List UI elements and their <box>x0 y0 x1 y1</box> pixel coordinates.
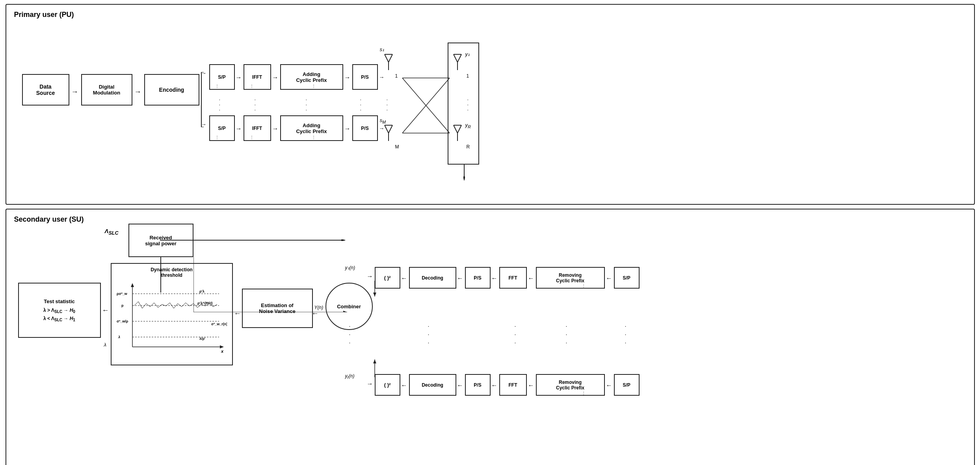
svg-text:p: p <box>121 304 124 308</box>
fft1-block: FFT <box>499 267 527 289</box>
svg-text:λ/ρ': λ/ρ' <box>199 337 205 341</box>
sp1-block: S/P <box>614 267 640 289</box>
svg-line-8 <box>385 125 389 133</box>
digital-mod-block: Digital Modulation <box>81 74 132 106</box>
pu-layout: Data Source → Digital Modulation → Encod… <box>14 23 960 196</box>
ifft-top-block: IFFT <box>244 64 271 90</box>
svg-marker-45 <box>373 359 376 363</box>
su-row-dots4: ··· <box>566 322 567 347</box>
svg-line-5 <box>389 54 392 62</box>
dots-ifft-acp-top: ⋮ <box>250 84 254 88</box>
su-row-dots2: ··· <box>428 322 430 347</box>
arrow-ps1-ant1: → <box>379 74 385 80</box>
sp-top-block: S/P <box>209 64 235 90</box>
svg-text:x: x <box>221 349 224 354</box>
svg-text:σ²_w_r(n): σ²_w_r(n) <box>211 322 227 326</box>
svg-marker-48 <box>341 239 345 241</box>
ps-bottom-block: P/S <box>352 115 378 141</box>
arrow-ifft-acp-top: → <box>272 74 279 81</box>
dots-rcp1: ⋮ <box>582 283 586 288</box>
dots-ifft-acp-bot: ⋮ <box>250 135 254 139</box>
main-container: Primary user (PU) Data Source → Digital … <box>6 4 975 465</box>
rx-box <box>448 43 479 165</box>
svg-text:σ²_w/ρ: σ²_w/ρ <box>117 319 128 323</box>
data-source-block: Data Source <box>22 74 69 106</box>
primary-title: Primary user (PU) <box>14 11 966 19</box>
sq2-block: ( )² <box>375 374 400 396</box>
tx-dots-between: ··· <box>387 97 388 112</box>
dots-acp-ps-bot: ⋮ <box>312 135 316 139</box>
fork-line <box>201 72 204 127</box>
lambda-label-left: λ <box>104 342 106 348</box>
row-dots-1: ··· <box>219 97 221 112</box>
arrow-dec2-ps2: ← <box>457 382 463 389</box>
row-dots-3: ··· <box>306 97 307 112</box>
arrow-rcp2-sp2: ← <box>606 382 612 389</box>
sq1-block: ( )² <box>375 267 400 289</box>
encoding-block: Encoding <box>144 74 199 106</box>
arrow-sq1-dec1: ← <box>401 275 407 282</box>
arrow-ps2-fft2: ← <box>491 382 498 389</box>
dots-acp-ps-top: ⋮ <box>312 84 316 88</box>
rsp-horiz-line <box>160 239 345 241</box>
sp2-block: S/P <box>614 374 640 396</box>
su-layout: ΛSLC Received signal power Test statisti… <box>14 228 960 464</box>
test-stat-h1: λ < ΛSLC → H1 <box>20 316 99 322</box>
row-dots-2: ··· <box>255 97 256 112</box>
lambda-slc-label: ΛSLC <box>105 228 119 236</box>
sq1-comb-arrow <box>349 279 377 298</box>
ddt-title: Dynamic detectionthreshold <box>151 267 193 278</box>
decoding1-block: Decoding <box>409 267 456 289</box>
secondary-section: Secondary user (SU) ΛSLC Received signal… <box>6 209 975 465</box>
dots-sp-ifft-bot: ⋮ <box>215 135 219 139</box>
decoding2-block: Decoding <box>409 374 456 396</box>
rsp-to-comb-line <box>160 257 162 293</box>
sq2-comb-arrow <box>349 330 377 377</box>
fft2-block: FFT <box>499 374 527 396</box>
ifft-bottom-block: IFFT <box>244 115 271 141</box>
arrow-dm-enc: → <box>134 88 141 96</box>
arrow-ps1-fft1: ← <box>491 275 498 282</box>
arrow-ifft-acp-bot: → <box>272 125 279 132</box>
su-row-dots3: ··· <box>515 322 516 347</box>
arrow-ps2-antM: → <box>379 125 385 132</box>
arrow-acp-ps-bot: → <box>344 125 351 132</box>
arrow-sq2-dec2: ← <box>401 382 407 389</box>
arrow-fft1-rcp1: ← <box>528 275 534 282</box>
arrow-sp-ifft-bot: → <box>236 125 242 132</box>
rsp-combiner-line <box>193 257 351 312</box>
arrow-yr-sq2: → <box>367 380 373 387</box>
svg-line-9 <box>389 125 392 133</box>
channel-crossing-icon <box>402 54 450 157</box>
rem-cp2-block: Removing Cyclic Prefix <box>536 374 605 396</box>
rem-cp1-block: Removing Cyclic Prefix <box>536 267 605 289</box>
primary-section: Primary user (PU) Data Source → Digital … <box>6 4 975 205</box>
svg-marker-43 <box>373 293 376 296</box>
arrow-ds-dm: → <box>71 88 78 96</box>
svg-marker-27 <box>131 283 134 287</box>
row-dots-4: ··· <box>360 97 362 112</box>
ps1-block: P/S <box>465 267 491 289</box>
dots-rcp2: ⋮ <box>582 391 586 395</box>
arrow-sp-ifft-top: → <box>236 74 242 81</box>
ps-top-block: P/S <box>352 64 378 90</box>
tx-antenna-1-icon <box>383 50 394 70</box>
arrow-dec1-ps1: ← <box>457 275 463 282</box>
arrow-rcp1-sp1: ← <box>606 275 612 282</box>
svg-marker-24 <box>463 176 465 180</box>
svg-line-4 <box>385 54 389 62</box>
txM-num: M <box>395 144 399 150</box>
arrow-fft2-rcp2: ← <box>528 382 534 389</box>
rx-down-arrow <box>463 165 465 180</box>
tx1-num: 1 <box>395 73 398 79</box>
svg-text:λ: λ <box>118 335 120 339</box>
secondary-title: Secondary user (SU) <box>14 215 966 224</box>
ps2-block: P/S <box>465 374 491 396</box>
test-stat-h0: λ > ΛSLC → H0 <box>20 308 99 314</box>
svg-marker-28 <box>220 345 224 348</box>
arrow-acp-ps-top: → <box>344 74 351 81</box>
arrow-ts-ddt: ← <box>102 306 109 315</box>
test-stat-title: Test statistic <box>20 298 99 304</box>
sp-bottom-block: S/P <box>209 115 235 141</box>
dots-sp-ifft-top: ⋮ <box>215 84 220 88</box>
